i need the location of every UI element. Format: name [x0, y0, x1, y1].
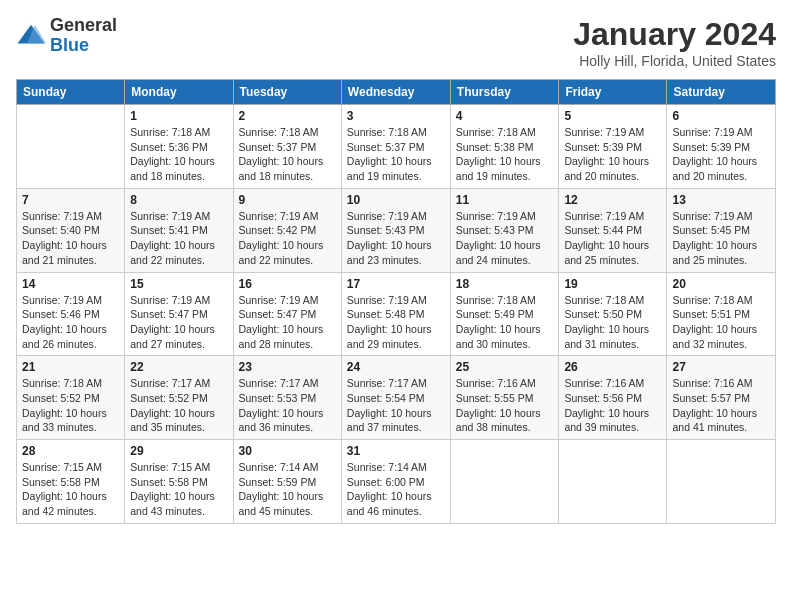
day-info: Sunrise: 7:19 AMSunset: 5:47 PMDaylight:… [239, 293, 336, 352]
day-info: Sunrise: 7:18 AMSunset: 5:52 PMDaylight:… [22, 376, 119, 435]
table-row: 2Sunrise: 7:18 AMSunset: 5:37 PMDaylight… [233, 105, 341, 189]
logo: General Blue [16, 16, 117, 56]
day-number: 6 [672, 109, 770, 123]
day-number: 28 [22, 444, 119, 458]
day-number: 30 [239, 444, 336, 458]
table-row [450, 440, 559, 524]
col-wednesday: Wednesday [341, 80, 450, 105]
day-number: 2 [239, 109, 336, 123]
day-info: Sunrise: 7:16 AMSunset: 5:56 PMDaylight:… [564, 376, 661, 435]
table-row [667, 440, 776, 524]
table-row: 26Sunrise: 7:16 AMSunset: 5:56 PMDayligh… [559, 356, 667, 440]
calendar-week-row: 1Sunrise: 7:18 AMSunset: 5:36 PMDaylight… [17, 105, 776, 189]
col-sunday: Sunday [17, 80, 125, 105]
day-number: 12 [564, 193, 661, 207]
calendar-week-row: 7Sunrise: 7:19 AMSunset: 5:40 PMDaylight… [17, 188, 776, 272]
table-row: 30Sunrise: 7:14 AMSunset: 5:59 PMDayligh… [233, 440, 341, 524]
day-number: 15 [130, 277, 227, 291]
day-number: 19 [564, 277, 661, 291]
day-info: Sunrise: 7:18 AMSunset: 5:38 PMDaylight:… [456, 125, 554, 184]
day-info: Sunrise: 7:19 AMSunset: 5:41 PMDaylight:… [130, 209, 227, 268]
table-row: 21Sunrise: 7:18 AMSunset: 5:52 PMDayligh… [17, 356, 125, 440]
day-number: 9 [239, 193, 336, 207]
day-number: 8 [130, 193, 227, 207]
day-info: Sunrise: 7:17 AMSunset: 5:52 PMDaylight:… [130, 376, 227, 435]
day-number: 18 [456, 277, 554, 291]
table-row: 27Sunrise: 7:16 AMSunset: 5:57 PMDayligh… [667, 356, 776, 440]
table-row: 25Sunrise: 7:16 AMSunset: 5:55 PMDayligh… [450, 356, 559, 440]
day-info: Sunrise: 7:14 AMSunset: 6:00 PMDaylight:… [347, 460, 445, 519]
table-row: 15Sunrise: 7:19 AMSunset: 5:47 PMDayligh… [125, 272, 233, 356]
day-info: Sunrise: 7:18 AMSunset: 5:50 PMDaylight:… [564, 293, 661, 352]
table-row: 1Sunrise: 7:18 AMSunset: 5:36 PMDaylight… [125, 105, 233, 189]
table-row: 24Sunrise: 7:17 AMSunset: 5:54 PMDayligh… [341, 356, 450, 440]
day-number: 5 [564, 109, 661, 123]
header: General Blue January 2024 Holly Hill, Fl… [16, 16, 776, 69]
day-number: 24 [347, 360, 445, 374]
day-info: Sunrise: 7:19 AMSunset: 5:40 PMDaylight:… [22, 209, 119, 268]
col-thursday: Thursday [450, 80, 559, 105]
day-number: 7 [22, 193, 119, 207]
table-row: 4Sunrise: 7:18 AMSunset: 5:38 PMDaylight… [450, 105, 559, 189]
table-row: 18Sunrise: 7:18 AMSunset: 5:49 PMDayligh… [450, 272, 559, 356]
day-info: Sunrise: 7:18 AMSunset: 5:36 PMDaylight:… [130, 125, 227, 184]
table-row: 29Sunrise: 7:15 AMSunset: 5:58 PMDayligh… [125, 440, 233, 524]
table-row: 8Sunrise: 7:19 AMSunset: 5:41 PMDaylight… [125, 188, 233, 272]
day-number: 10 [347, 193, 445, 207]
table-row: 20Sunrise: 7:18 AMSunset: 5:51 PMDayligh… [667, 272, 776, 356]
table-row: 23Sunrise: 7:17 AMSunset: 5:53 PMDayligh… [233, 356, 341, 440]
day-number: 25 [456, 360, 554, 374]
table-row: 6Sunrise: 7:19 AMSunset: 5:39 PMDaylight… [667, 105, 776, 189]
table-row: 5Sunrise: 7:19 AMSunset: 5:39 PMDaylight… [559, 105, 667, 189]
day-info: Sunrise: 7:18 AMSunset: 5:51 PMDaylight:… [672, 293, 770, 352]
day-number: 20 [672, 277, 770, 291]
day-info: Sunrise: 7:19 AMSunset: 5:48 PMDaylight:… [347, 293, 445, 352]
table-row: 28Sunrise: 7:15 AMSunset: 5:58 PMDayligh… [17, 440, 125, 524]
day-info: Sunrise: 7:19 AMSunset: 5:43 PMDaylight:… [456, 209, 554, 268]
day-number: 31 [347, 444, 445, 458]
day-number: 23 [239, 360, 336, 374]
day-info: Sunrise: 7:15 AMSunset: 5:58 PMDaylight:… [22, 460, 119, 519]
day-info: Sunrise: 7:19 AMSunset: 5:44 PMDaylight:… [564, 209, 661, 268]
logo-text: General Blue [50, 16, 117, 56]
logo-blue-text: Blue [50, 36, 117, 56]
logo-general-text: General [50, 16, 117, 36]
day-number: 3 [347, 109, 445, 123]
day-info: Sunrise: 7:14 AMSunset: 5:59 PMDaylight:… [239, 460, 336, 519]
day-info: Sunrise: 7:19 AMSunset: 5:45 PMDaylight:… [672, 209, 770, 268]
day-info: Sunrise: 7:19 AMSunset: 5:39 PMDaylight:… [672, 125, 770, 184]
table-row [17, 105, 125, 189]
calendar-header-row: Sunday Monday Tuesday Wednesday Thursday… [17, 80, 776, 105]
table-row [559, 440, 667, 524]
day-number: 26 [564, 360, 661, 374]
day-info: Sunrise: 7:19 AMSunset: 5:43 PMDaylight:… [347, 209, 445, 268]
calendar-week-row: 28Sunrise: 7:15 AMSunset: 5:58 PMDayligh… [17, 440, 776, 524]
table-row: 19Sunrise: 7:18 AMSunset: 5:50 PMDayligh… [559, 272, 667, 356]
month-title: January 2024 [573, 16, 776, 53]
table-row: 3Sunrise: 7:18 AMSunset: 5:37 PMDaylight… [341, 105, 450, 189]
day-info: Sunrise: 7:15 AMSunset: 5:58 PMDaylight:… [130, 460, 227, 519]
title-block: January 2024 Holly Hill, Florida, United… [573, 16, 776, 69]
day-number: 13 [672, 193, 770, 207]
table-row: 7Sunrise: 7:19 AMSunset: 5:40 PMDaylight… [17, 188, 125, 272]
day-info: Sunrise: 7:16 AMSunset: 5:55 PMDaylight:… [456, 376, 554, 435]
day-number: 11 [456, 193, 554, 207]
day-number: 1 [130, 109, 227, 123]
page-container: General Blue January 2024 Holly Hill, Fl… [0, 0, 792, 534]
day-info: Sunrise: 7:18 AMSunset: 5:49 PMDaylight:… [456, 293, 554, 352]
day-info: Sunrise: 7:18 AMSunset: 5:37 PMDaylight:… [239, 125, 336, 184]
table-row: 31Sunrise: 7:14 AMSunset: 6:00 PMDayligh… [341, 440, 450, 524]
day-info: Sunrise: 7:18 AMSunset: 5:37 PMDaylight:… [347, 125, 445, 184]
col-saturday: Saturday [667, 80, 776, 105]
table-row: 22Sunrise: 7:17 AMSunset: 5:52 PMDayligh… [125, 356, 233, 440]
col-tuesday: Tuesday [233, 80, 341, 105]
day-number: 4 [456, 109, 554, 123]
day-number: 29 [130, 444, 227, 458]
day-info: Sunrise: 7:19 AMSunset: 5:47 PMDaylight:… [130, 293, 227, 352]
logo-icon [16, 21, 46, 51]
day-number: 21 [22, 360, 119, 374]
table-row: 10Sunrise: 7:19 AMSunset: 5:43 PMDayligh… [341, 188, 450, 272]
table-row: 16Sunrise: 7:19 AMSunset: 5:47 PMDayligh… [233, 272, 341, 356]
table-row: 17Sunrise: 7:19 AMSunset: 5:48 PMDayligh… [341, 272, 450, 356]
col-friday: Friday [559, 80, 667, 105]
